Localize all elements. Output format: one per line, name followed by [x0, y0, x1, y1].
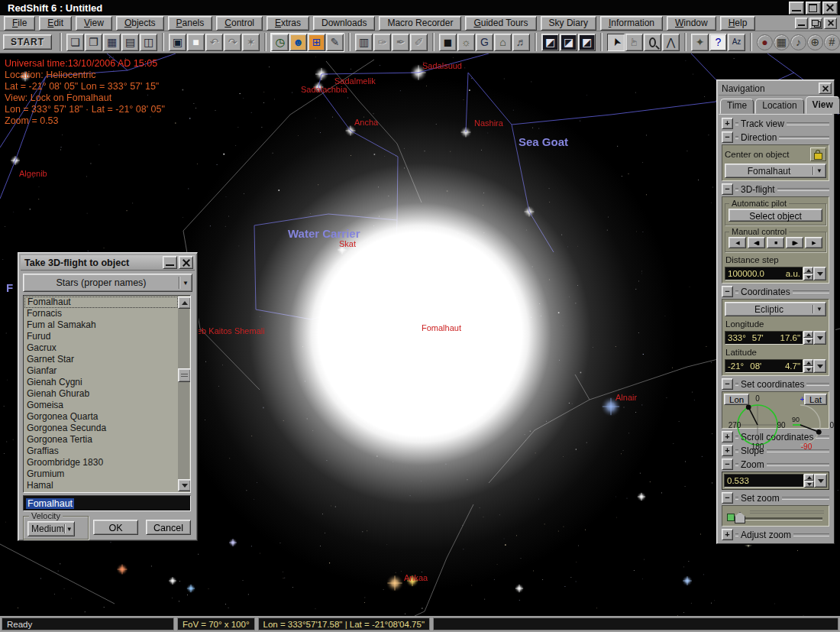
print-preview-icon[interactable]: ◫ — [140, 34, 157, 51]
lon-button[interactable]: Lon — [724, 394, 749, 405]
menu-guided-tours[interactable]: Guided Tours — [465, 16, 536, 31]
dialog-minimize-button[interactable] — [163, 256, 177, 269]
start-button[interactable]: START — [3, 34, 52, 50]
list-item[interactable]: Gorgonea Quarta — [24, 411, 178, 423]
lock-button[interactable] — [810, 147, 826, 161]
ok-button[interactable]: OK — [93, 520, 138, 535]
flight-step-back-button[interactable]: ◀▮ — [748, 237, 765, 248]
flight-stop-button[interactable]: ■ — [767, 237, 784, 248]
help-book-icon[interactable]: ? — [709, 34, 727, 51]
latitude-field[interactable]: -21° 08' 4.7" — [725, 359, 803, 373]
data-table-icon[interactable]: ▥ — [355, 34, 373, 51]
spin-up-button[interactable] — [803, 331, 813, 338]
child-restore-button[interactable] — [809, 18, 822, 29]
cancel-button[interactable]: Cancel — [146, 520, 191, 535]
scroll-thumb[interactable] — [178, 368, 191, 382]
slider-thumb[interactable] — [735, 512, 745, 523]
minimize-button[interactable] — [789, 2, 804, 15]
object-category-dropdown[interactable]: Stars (proper names) ▼ — [23, 274, 192, 292]
media-icon[interactable]: ▦ — [774, 34, 790, 50]
view-panel-icon[interactable]: ⊞ — [308, 34, 325, 51]
object-list[interactable]: FomalhautFornacisFum al SamakahFurudGacr… — [23, 295, 191, 493]
list-item[interactable]: Gienah Ghurab — [24, 388, 178, 400]
tab-view[interactable]: View — [806, 96, 840, 114]
report-panel-icon[interactable]: ✎ — [326, 34, 344, 51]
velocity-dropdown[interactable]: Medium ▼ — [27, 521, 75, 536]
zoom-field[interactable]: 0.533 — [724, 474, 804, 488]
select-object-button[interactable]: Select object — [729, 209, 822, 222]
menu-extras[interactable]: Extras — [267, 16, 309, 31]
zoom-dropdown-button[interactable] — [814, 474, 827, 488]
home-view-icon[interactable]: ⌂ — [494, 34, 512, 51]
web-icon[interactable]: ⊕ — [807, 34, 823, 50]
collapse-button[interactable]: − — [722, 286, 733, 297]
list-item[interactable]: Groombridge 1830 — [24, 457, 178, 468]
collapse-button[interactable]: − — [722, 183, 733, 195]
dialog-title-bar[interactable]: Take 3D-flight to object — [21, 255, 195, 271]
list-item[interactable]: Gorgonea Tertia — [24, 434, 178, 446]
tab-location[interactable]: Location — [755, 99, 803, 114]
scroll-up-button[interactable] — [178, 297, 191, 309]
list-item[interactable]: Grumium — [24, 468, 178, 480]
sky-brightness-icon[interactable]: ◩ — [541, 34, 559, 51]
menu-objects[interactable]: Objects — [116, 16, 164, 31]
select-cursor-icon[interactable]: ➤ — [607, 34, 625, 51]
spin-up-button[interactable] — [804, 474, 814, 481]
record-icon[interactable]: ● — [757, 34, 773, 50]
navigation-title-bar[interactable]: Navigation — [719, 82, 832, 96]
coordinate-system-dropdown[interactable]: Ecliptic ▼ — [725, 302, 826, 316]
zoom-tool-icon[interactable] — [644, 34, 661, 51]
measure-tool-icon[interactable]: ⋀ — [662, 34, 680, 51]
time-panel-icon[interactable]: ◷ — [271, 34, 289, 51]
print-icon[interactable]: ▤ — [121, 34, 139, 51]
menu-control[interactable]: Control — [216, 16, 263, 31]
collapse-button[interactable]: − — [722, 131, 733, 143]
longitude-field[interactable]: 333° 57' 17.6" — [725, 331, 803, 345]
latitude-dropdown-button[interactable] — [813, 359, 826, 373]
pan-hand-icon[interactable]: ☞ — [625, 34, 643, 51]
dialog-close-button[interactable] — [179, 256, 193, 269]
pointer-beam-icon[interactable]: ✦ — [691, 34, 709, 51]
child-minimize-button[interactable] — [795, 18, 808, 29]
location-panel-icon[interactable]: ☻ — [289, 34, 307, 51]
menu-file[interactable]: File — [4, 16, 35, 31]
list-item[interactable]: Hamal — [24, 480, 178, 491]
sound-mute-icon[interactable]: ♬ — [512, 34, 530, 51]
center-object-dropdown[interactable]: Fomalhaut ▼ — [725, 164, 826, 178]
expand-button[interactable]: + — [722, 118, 733, 129]
menu-window[interactable]: Window — [667, 16, 716, 31]
spin-up-button[interactable] — [803, 267, 813, 274]
menu-panels[interactable]: Panels — [168, 16, 213, 31]
google-sky-icon[interactable]: G — [476, 34, 493, 51]
distance-dropdown-button[interactable] — [813, 267, 826, 280]
navigation-close-button[interactable] — [819, 83, 832, 94]
menu-sky-diary[interactable]: Sky Diary — [541, 16, 596, 31]
menu-help[interactable]: Help — [720, 16, 756, 31]
list-item[interactable]: Gacrux — [24, 342, 178, 354]
zoom-slider[interactable] — [724, 507, 827, 524]
list-item[interactable]: Graffias — [24, 446, 178, 457]
lat-button[interactable]: Lat — [804, 394, 827, 405]
selected-object-field[interactable]: Fomalhaut — [23, 495, 191, 511]
brightness-icon[interactable]: ☼ — [457, 34, 475, 51]
collapse-button[interactable]: − — [722, 459, 733, 470]
save-icon[interactable]: ▦ — [103, 34, 121, 51]
catalog-icon[interactable]: # — [824, 34, 840, 50]
list-scrollbar[interactable] — [178, 297, 189, 491]
list-item[interactable]: Furud — [24, 331, 178, 342]
white-panel-icon[interactable]: ■ — [187, 34, 205, 51]
menu-macro-recorder[interactable]: Macro Recorder — [379, 16, 461, 31]
sky-filter-icon[interactable]: ◩ — [578, 34, 596, 51]
open-file-icon[interactable]: ❐ — [85, 34, 102, 51]
list-item[interactable]: Gienah Cygni — [24, 377, 178, 388]
close-button[interactable] — [822, 2, 838, 15]
collapse-button[interactable]: − — [722, 378, 733, 390]
list-item[interactable]: Fomalhaut — [24, 297, 178, 308]
flight-forward-button[interactable]: ▶ — [805, 237, 822, 248]
distance-step-field[interactable]: 100000.0 a.u. — [725, 267, 803, 280]
spin-up-button[interactable] — [803, 359, 813, 366]
menu-downloads[interactable]: Downloads — [313, 16, 375, 31]
display-mode-icon[interactable]: ◼ — [439, 34, 457, 51]
new-document-icon[interactable]: ❏ — [66, 34, 84, 51]
screen-settings-icon[interactable]: ▣ — [169, 34, 186, 51]
